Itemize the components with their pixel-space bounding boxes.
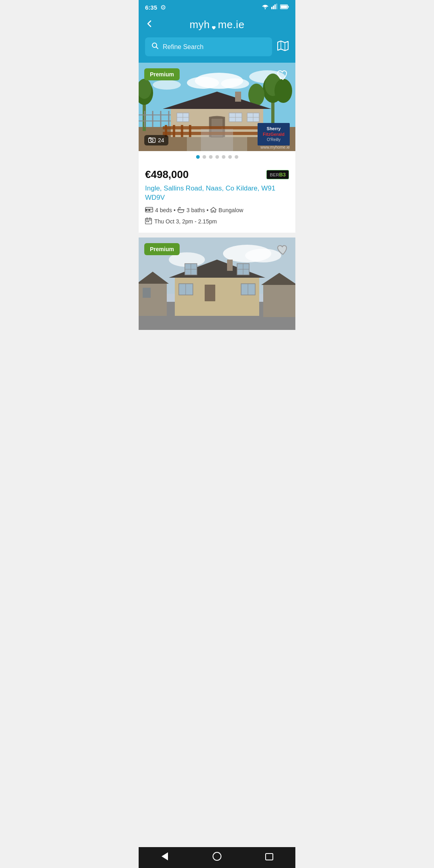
svg-point-13 (221, 78, 249, 89)
address-1[interactable]: Ingle, Sallins Road, Naas, Co Kildare, W… (145, 184, 289, 203)
status-time: 6:35 (145, 4, 157, 11)
svg-rect-55 (189, 125, 191, 137)
beds-feature: 4 beds (145, 207, 172, 214)
status-icons (262, 4, 289, 11)
settings-icon: ⚙ (160, 4, 166, 11)
map-view-button[interactable] (277, 41, 289, 53)
wifi-icon (262, 4, 269, 11)
viewing-info-1: Thu Oct 3, 2pm - 2.15pm (145, 217, 289, 225)
price-row-1: €498,000 BERB3 (145, 168, 289, 181)
app-header: myhme.ie (139, 14, 295, 37)
status-bar: 6:35 ⚙ (139, 0, 295, 14)
photo-count-1: 24 (144, 135, 168, 145)
signal-icon (271, 4, 278, 11)
svg-rect-79 (263, 285, 295, 317)
property-image-container-2[interactable]: Premium (139, 237, 295, 330)
property-info-1: €498,000 BERB3 Ingle, Sallins Road, Naas… (139, 163, 295, 233)
svg-rect-54 (181, 125, 183, 137)
svg-rect-62 (148, 209, 150, 211)
dot-6 (228, 155, 232, 159)
calendar-icon (145, 217, 152, 225)
svg-rect-57 (149, 138, 156, 143)
svg-rect-2 (274, 4, 276, 9)
svg-point-12 (187, 77, 219, 89)
dot-1 (196, 155, 200, 159)
svg-rect-61 (145, 209, 147, 211)
svg-rect-53 (173, 125, 175, 137)
bed-icon (145, 207, 153, 214)
svg-rect-83 (227, 260, 233, 271)
type-feature: Bungalow (210, 207, 244, 214)
premium-badge-1: Premium (144, 68, 180, 80)
image-dots-1 (139, 151, 295, 163)
watermark-1: www.myhome.ie (260, 145, 290, 149)
search-bar-text: Refine Search (163, 43, 203, 51)
svg-rect-81 (175, 276, 259, 316)
svg-rect-0 (271, 7, 272, 9)
dot-4 (215, 155, 219, 159)
favorite-button-2[interactable] (275, 242, 291, 258)
property-card-1: Premium 24 Sherry FitzGerald O'Reil (139, 63, 295, 233)
svg-rect-38 (235, 92, 241, 102)
svg-rect-5 (288, 6, 289, 8)
svg-rect-6 (281, 6, 287, 8)
svg-rect-3 (276, 4, 277, 9)
features-1: 4 beds • 3 baths • (145, 207, 289, 214)
agent-logo-1: Sherry FitzGerald O'Reilly (258, 123, 290, 145)
search-area: Refine Search (139, 37, 295, 63)
logo-heart-icon (210, 22, 217, 29)
svg-rect-92 (205, 285, 215, 301)
baths-feature: 3 baths (177, 207, 205, 214)
logo-text-start: myh (190, 18, 210, 31)
ber-badge-1: BERB3 (266, 170, 289, 179)
svg-rect-59 (149, 137, 151, 139)
back-button[interactable] (145, 19, 154, 31)
price-1: €498,000 (145, 168, 188, 181)
app-logo: myhme.ie (190, 18, 245, 31)
premium-badge-2: Premium (144, 243, 180, 255)
svg-rect-50 (163, 126, 271, 129)
favorite-button-1[interactable] (275, 68, 291, 83)
property-image-container-1[interactable]: Premium 24 Sherry FitzGerald O'Reil (139, 63, 295, 151)
dot-3 (209, 155, 213, 159)
dot-5 (222, 155, 225, 159)
svg-rect-1 (273, 6, 274, 9)
house-icon (210, 207, 217, 214)
svg-rect-56 (201, 129, 233, 151)
logo-text-end: me.ie (218, 18, 244, 31)
dot-7 (235, 155, 238, 159)
dot-2 (203, 155, 206, 159)
battery-icon (280, 4, 289, 11)
svg-point-58 (151, 139, 153, 141)
search-icon (151, 42, 159, 51)
property-card-2: Premium (139, 237, 295, 330)
bath-icon (177, 207, 184, 214)
listings-content: Premium 24 Sherry FitzGerald O'Reil (139, 63, 295, 354)
svg-rect-68 (146, 221, 147, 222)
svg-point-15 (153, 80, 181, 90)
refine-search-button[interactable]: Refine Search (145, 37, 272, 56)
svg-rect-69 (148, 221, 149, 222)
svg-rect-78 (143, 288, 151, 298)
